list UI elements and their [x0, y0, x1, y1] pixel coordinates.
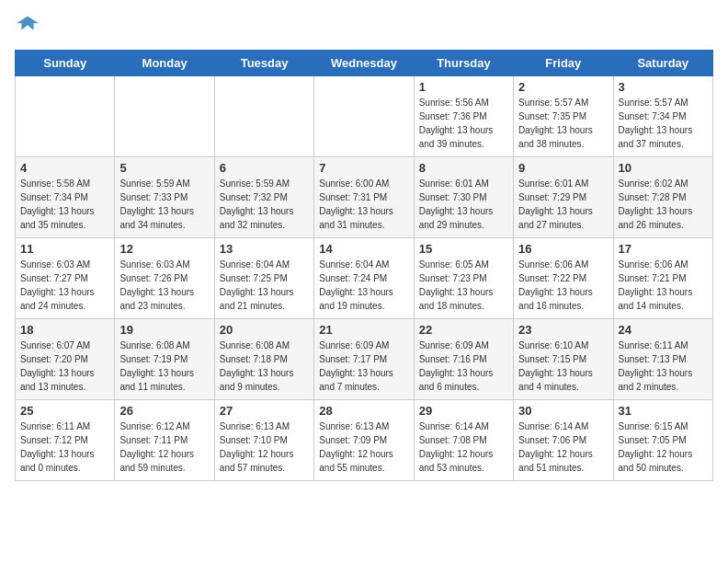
header-sunday: Sunday	[16, 51, 115, 76]
day-info: Sunrise: 6:00 AM Sunset: 7:31 PM Dayligh…	[319, 177, 408, 232]
day-info: Sunrise: 6:11 AM Sunset: 7:13 PM Dayligh…	[619, 339, 708, 394]
day-number: 23	[518, 323, 608, 337]
daylight-text: Daylight: 13 hours and 2 minutes.	[619, 366, 708, 394]
day-number: 5	[119, 161, 209, 175]
day-number: 15	[419, 242, 508, 256]
day-info: Sunrise: 6:07 AM Sunset: 7:20 PM Dayligh…	[20, 339, 109, 394]
daylight-text: Daylight: 13 hours and 21 minutes.	[220, 285, 309, 313]
day-number: 21	[319, 323, 408, 337]
daylight-text: Daylight: 12 hours and 55 minutes.	[319, 447, 408, 475]
sunset-text: Sunset: 7:12 PM	[20, 433, 109, 447]
daylight-text: Daylight: 13 hours and 39 minutes.	[419, 123, 508, 151]
sunset-text: Sunset: 7:13 PM	[619, 352, 708, 366]
daylight-text: Daylight: 12 hours and 59 minutes.	[119, 447, 209, 475]
daylight-text: Daylight: 13 hours and 26 minutes.	[619, 204, 708, 232]
sunset-text: Sunset: 7:21 PM	[619, 271, 708, 285]
daylight-text: Daylight: 12 hours and 57 minutes.	[220, 447, 309, 475]
day-number: 20	[220, 323, 309, 337]
svg-marker-0	[17, 17, 39, 30]
sunrise-text: Sunrise: 6:03 AM	[119, 258, 209, 271]
sunrise-text: Sunrise: 6:08 AM	[119, 339, 209, 352]
sunset-text: Sunset: 7:32 PM	[220, 190, 309, 204]
day-number: 2	[518, 80, 608, 94]
day-cell: 4 Sunrise: 5:58 AM Sunset: 7:34 PM Dayli…	[16, 157, 115, 238]
sunset-text: Sunset: 7:31 PM	[319, 190, 408, 204]
daylight-text: Daylight: 13 hours and 24 minutes.	[20, 285, 109, 313]
day-info: Sunrise: 5:59 AM Sunset: 7:33 PM Dayligh…	[119, 177, 209, 232]
day-info: Sunrise: 6:11 AM Sunset: 7:12 PM Dayligh…	[20, 419, 109, 475]
day-number: 11	[20, 242, 109, 256]
day-cell: 10 Sunrise: 6:02 AM Sunset: 7:28 PM Dayl…	[613, 157, 712, 238]
day-cell: 25 Sunrise: 6:11 AM Sunset: 7:12 PM Dayl…	[16, 400, 115, 481]
day-info: Sunrise: 6:12 AM Sunset: 7:11 PM Dayligh…	[119, 419, 209, 475]
sunset-text: Sunset: 7:18 PM	[220, 352, 309, 366]
sunset-text: Sunset: 7:34 PM	[619, 109, 708, 123]
sunrise-text: Sunrise: 6:05 AM	[419, 258, 508, 271]
daylight-text: Daylight: 13 hours and 27 minutes.	[518, 204, 608, 232]
sunrise-text: Sunrise: 6:10 AM	[518, 339, 608, 352]
sunset-text: Sunset: 7:29 PM	[518, 190, 608, 204]
day-number: 19	[119, 323, 209, 337]
week-row-2: 4 Sunrise: 5:58 AM Sunset: 7:34 PM Dayli…	[16, 157, 713, 238]
day-cell	[214, 76, 313, 157]
day-cell: 7 Sunrise: 6:00 AM Sunset: 7:31 PM Dayli…	[314, 157, 414, 238]
day-cell: 5 Sunrise: 5:59 AM Sunset: 7:33 PM Dayli…	[115, 157, 214, 238]
day-cell: 28 Sunrise: 6:13 AM Sunset: 7:09 PM Dayl…	[314, 400, 414, 481]
day-info: Sunrise: 6:05 AM Sunset: 7:23 PM Dayligh…	[419, 258, 508, 313]
day-info: Sunrise: 5:58 AM Sunset: 7:34 PM Dayligh…	[20, 177, 109, 232]
daylight-text: Daylight: 13 hours and 4 minutes.	[518, 366, 608, 394]
day-cell	[314, 76, 414, 157]
day-number: 3	[619, 80, 708, 94]
day-cell: 16 Sunrise: 6:06 AM Sunset: 7:22 PM Dayl…	[514, 238, 613, 319]
day-cell: 12 Sunrise: 6:03 AM Sunset: 7:26 PM Dayl…	[115, 238, 214, 319]
logo	[15, 15, 44, 40]
day-cell: 17 Sunrise: 6:06 AM Sunset: 7:21 PM Dayl…	[613, 238, 712, 319]
day-cell: 21 Sunrise: 6:09 AM Sunset: 7:17 PM Dayl…	[314, 319, 414, 400]
daylight-text: Daylight: 13 hours and 6 minutes.	[419, 366, 508, 394]
daylight-text: Daylight: 13 hours and 11 minutes.	[119, 366, 209, 394]
sunrise-text: Sunrise: 5:56 AM	[419, 96, 508, 109]
calendar-table: SundayMondayTuesdayWednesdayThursdayFrid…	[15, 50, 713, 481]
sunset-text: Sunset: 7:20 PM	[20, 352, 109, 366]
day-cell: 1 Sunrise: 5:56 AM Sunset: 7:36 PM Dayli…	[414, 76, 513, 157]
week-row-3: 11 Sunrise: 6:03 AM Sunset: 7:27 PM Dayl…	[16, 238, 713, 319]
header-thursday: Thursday	[414, 51, 513, 76]
day-number: 12	[119, 242, 209, 256]
day-cell: 11 Sunrise: 6:03 AM Sunset: 7:27 PM Dayl…	[16, 238, 115, 319]
day-info: Sunrise: 6:08 AM Sunset: 7:18 PM Dayligh…	[220, 339, 309, 394]
day-info: Sunrise: 5:59 AM Sunset: 7:32 PM Dayligh…	[220, 177, 309, 232]
day-info: Sunrise: 6:03 AM Sunset: 7:26 PM Dayligh…	[119, 258, 209, 313]
day-info: Sunrise: 6:10 AM Sunset: 7:15 PM Dayligh…	[518, 339, 608, 394]
day-info: Sunrise: 6:04 AM Sunset: 7:25 PM Dayligh…	[220, 258, 309, 313]
sunrise-text: Sunrise: 6:02 AM	[619, 177, 708, 190]
day-info: Sunrise: 6:09 AM Sunset: 7:17 PM Dayligh…	[319, 339, 408, 394]
daylight-text: Daylight: 12 hours and 51 minutes.	[518, 447, 608, 475]
daylight-text: Daylight: 13 hours and 23 minutes.	[119, 285, 209, 313]
sunrise-text: Sunrise: 6:13 AM	[319, 419, 408, 433]
page-header	[15, 15, 713, 40]
sunrise-text: Sunrise: 5:59 AM	[220, 177, 309, 190]
sunset-text: Sunset: 7:19 PM	[119, 352, 209, 366]
day-info: Sunrise: 6:01 AM Sunset: 7:30 PM Dayligh…	[419, 177, 508, 232]
sunset-text: Sunset: 7:17 PM	[319, 352, 408, 366]
day-info: Sunrise: 6:15 AM Sunset: 7:05 PM Dayligh…	[619, 419, 708, 475]
day-cell: 19 Sunrise: 6:08 AM Sunset: 7:19 PM Dayl…	[115, 319, 214, 400]
daylight-text: Daylight: 13 hours and 29 minutes.	[419, 204, 508, 232]
day-number: 26	[119, 404, 209, 418]
day-cell: 27 Sunrise: 6:13 AM Sunset: 7:10 PM Dayl…	[214, 400, 313, 481]
day-info: Sunrise: 6:08 AM Sunset: 7:19 PM Dayligh…	[119, 339, 209, 394]
sunrise-text: Sunrise: 6:14 AM	[419, 419, 508, 433]
day-number: 10	[619, 161, 708, 175]
day-number: 17	[619, 242, 708, 256]
week-row-4: 18 Sunrise: 6:07 AM Sunset: 7:20 PM Dayl…	[16, 319, 713, 400]
header-tuesday: Tuesday	[214, 51, 313, 76]
day-info: Sunrise: 5:56 AM Sunset: 7:36 PM Dayligh…	[419, 96, 508, 151]
day-cell: 14 Sunrise: 6:04 AM Sunset: 7:24 PM Dayl…	[314, 238, 414, 319]
day-cell: 24 Sunrise: 6:11 AM Sunset: 7:13 PM Dayl…	[613, 319, 712, 400]
daylight-text: Daylight: 12 hours and 50 minutes.	[619, 447, 708, 475]
day-cell: 18 Sunrise: 6:07 AM Sunset: 7:20 PM Dayl…	[16, 319, 115, 400]
day-info: Sunrise: 6:06 AM Sunset: 7:22 PM Dayligh…	[518, 258, 608, 313]
day-number: 28	[319, 404, 408, 418]
day-number: 24	[619, 323, 708, 337]
daylight-text: Daylight: 13 hours and 35 minutes.	[20, 204, 109, 232]
